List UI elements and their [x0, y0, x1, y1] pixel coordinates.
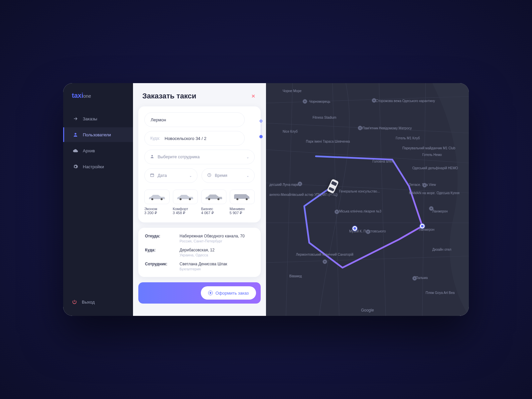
map-label: Ланжерон — [432, 209, 448, 213]
summary-subvalue: Украина, Одесса — [180, 253, 254, 257]
sidebar-item-orders[interactable]: Заказы — [63, 111, 133, 126]
gear-icon — [73, 164, 78, 169]
logo: taxione — [63, 92, 133, 108]
order-form-card: Куда: Выберите сотрудника ⌄ — [138, 106, 261, 222]
svg-point-5 — [161, 198, 163, 200]
route-destination-marker — [420, 224, 425, 228]
submit-label: Оформить заказ — [215, 291, 249, 296]
car-option-business[interactable]: Бизнес 4 067 ₽ — [201, 190, 226, 215]
power-icon — [72, 299, 77, 305]
summary-row-from: Откуда: Набережная Обводного канала, 70 … — [145, 234, 254, 243]
summary-subvalue: Россия, Санкт-Петербург — [180, 239, 254, 243]
map-view[interactable]: Чорне МореЧорноморецьСторожова вежа Одес… — [266, 83, 469, 316]
map-label: Вівамед — [289, 274, 302, 278]
sidebar-item-archive[interactable]: Архив — [63, 143, 133, 158]
arrow-right-icon — [73, 116, 78, 121]
map-poi-pin-icon — [334, 209, 339, 214]
car-price: 3 200 ₽ — [144, 211, 170, 215]
map-label: Лермонтовський Клінічний Санаторій — [296, 253, 353, 256]
close-button[interactable]: ✕ — [250, 93, 257, 99]
svg-point-0 — [74, 133, 76, 135]
from-field-row — [144, 112, 245, 127]
summary-key: Откуда: — [145, 234, 174, 243]
map-label: Одеський дельфінарій НЕМО — [412, 166, 458, 170]
close-icon: ✕ — [251, 93, 255, 99]
map-poi-pin-icon — [372, 98, 376, 103]
from-input[interactable] — [144, 112, 245, 127]
chevron-down-icon: ⌄ — [246, 174, 249, 178]
car-name: Минивен — [230, 207, 255, 211]
logo-sub: one — [83, 93, 91, 99]
map-label: Пам'ятник Невідомому Матросу — [362, 126, 412, 130]
map-poi-pin-icon — [429, 206, 434, 211]
summary-value: Светлана Денисова Шпак — [180, 262, 254, 266]
map-label: Міська клінічна лікарня №3 — [339, 209, 381, 213]
plus-circle-icon — [208, 291, 213, 295]
car-option-comfort[interactable]: Комфорт 3 458 ₽ — [173, 190, 198, 215]
map-label: Nice Клуб — [283, 130, 298, 133]
map-label: Чорноморець — [309, 100, 330, 103]
map-poi-pin-icon — [422, 183, 427, 188]
map-label: Готель Немо — [422, 153, 442, 157]
map-label: Fitness Stadium — [313, 116, 336, 119]
car-option-minivan[interactable]: Минивен 5 907 ₽ — [230, 190, 255, 215]
car-price: 5 907 ₽ — [230, 211, 255, 215]
chevron-down-icon: ⌄ — [189, 174, 192, 178]
sidebar-nav: Заказы Пользователи Архив Настройки — [63, 111, 133, 295]
map-label: ангело-Михайлівський астир УПЦ МП (РПЦ) — [269, 193, 337, 197]
employee-select-label: Выберите сотрудника — [158, 155, 243, 159]
app-window: taxione Заказы Пользователи Архив — [63, 83, 469, 316]
car-sedan-icon — [173, 190, 198, 204]
car-class-options: Эконом 3 200 ₽ Комфорт 3 458 ₽ Бизнес 4 … — [144, 190, 255, 215]
car-option-economy[interactable]: Эконом 3 200 ₽ — [144, 190, 170, 215]
map-label: Готель М1 Клуб — [396, 136, 420, 140]
svg-point-8 — [208, 198, 210, 200]
date-select[interactable]: Дата ⌄ — [144, 168, 198, 183]
map-label: Головна алея — [372, 160, 393, 163]
cloud-icon — [73, 148, 78, 153]
panel-footer: Оформить заказ — [138, 282, 261, 304]
map-poi-pin-icon — [358, 126, 362, 130]
summary-key: Куда: — [145, 248, 174, 257]
svg-point-10 — [236, 198, 238, 200]
panel-title: Заказать такси — [142, 92, 196, 100]
car-price: 3 458 ₽ — [173, 211, 198, 215]
map-label: Парк імені Тараса Шевченка — [306, 140, 350, 143]
map-roads — [266, 83, 469, 316]
to-field-row: Куда: — [144, 131, 245, 146]
summary-key: Сотрудник: — [145, 262, 174, 271]
date-select-label: Дата — [158, 173, 186, 178]
map-label: Генеральне консульство... — [339, 190, 380, 193]
logout-button[interactable]: Выход — [63, 295, 133, 309]
summary-card: Откуда: Набережная Обводного канала, 70 … — [138, 228, 261, 277]
sidebar-item-label: Пользователи — [83, 132, 111, 137]
time-select[interactable]: Время ⌄ — [201, 168, 255, 183]
svg-point-11 — [246, 198, 248, 200]
sidebar: taxione Заказы Пользователи Архив — [63, 83, 133, 316]
map-label: деський Луна-парк — [269, 183, 298, 187]
map-label: Паркувальний майданчик М1 Club — [402, 146, 455, 150]
map-label: Пальма — [416, 276, 428, 280]
map-label: MAMAN на море. Одеська Кухня — [409, 191, 460, 195]
panel-header: Заказать такси ✕ — [133, 83, 266, 100]
route-line-icon — [261, 122, 261, 135]
user-icon — [73, 132, 78, 137]
summary-row-to: Куда: Дерибасовская, 12 Украина, Одесса — [145, 248, 254, 257]
svg-point-7 — [189, 198, 191, 200]
car-name: Комфорт — [173, 207, 198, 211]
car-sedan-icon — [144, 190, 170, 204]
submit-order-button[interactable]: Оформить заказ — [201, 286, 256, 300]
route-indicator — [259, 120, 263, 138]
employee-select[interactable]: Выберите сотрудника ⌄ — [144, 150, 255, 164]
map-poi-pin-icon — [323, 259, 327, 264]
svg-rect-2 — [151, 174, 154, 177]
sidebar-item-users[interactable]: Пользователи — [63, 127, 133, 142]
time-select-label: Время — [215, 173, 243, 178]
sidebar-item-label: Заказы — [83, 116, 97, 121]
svg-point-1 — [151, 155, 153, 156]
map-attribution: Google — [361, 308, 374, 313]
car-sedan-icon — [201, 190, 226, 204]
svg-point-4 — [151, 198, 153, 200]
car-minivan-icon — [230, 190, 255, 204]
sidebar-item-settings[interactable]: Настройки — [63, 159, 133, 174]
